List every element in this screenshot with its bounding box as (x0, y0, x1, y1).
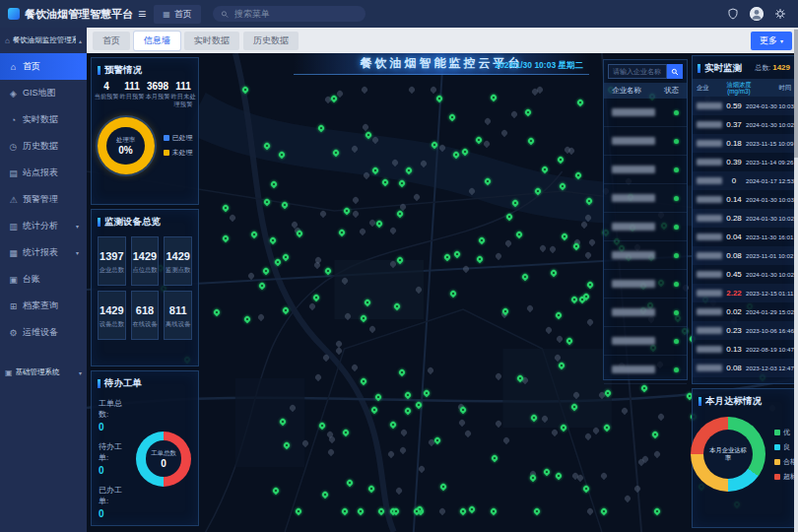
donut-center: 处理率 0% (98, 117, 155, 174)
offline-marker-icon (438, 144, 446, 152)
online-marker-icon (342, 429, 350, 436)
offline-marker-icon (246, 271, 254, 279)
realtime-row[interactable]: 0.082023-11-01 10:02 (693, 246, 795, 265)
online-marker-icon (282, 252, 290, 260)
menu-toggle-icon[interactable]: ≡ (138, 6, 146, 22)
page-scrollbar[interactable] (794, 28, 798, 532)
realtime-row[interactable]: 0.232023-10-06 16:46 (693, 321, 795, 340)
online-marker-icon (356, 506, 364, 514)
company-row[interactable] (604, 184, 687, 213)
sidebar-section-base[interactable]: ▣ 基础管理系统 ▾ (0, 360, 87, 385)
online-marker-icon (484, 177, 492, 185)
realtime-row[interactable]: 0.392023-11-14 09:26 (693, 153, 795, 171)
company-list-header: 企业名称 状态 (604, 83, 687, 99)
company-row[interactable] (604, 156, 687, 184)
offline-marker-icon (398, 446, 406, 454)
online-marker-icon (570, 403, 578, 411)
online-marker-icon (374, 392, 382, 400)
sidebar-section-main[interactable]: ⌂ 餐饮油烟监控管理系统 ▴ (0, 28, 87, 53)
chevron-up-icon: ▴ (79, 37, 82, 44)
menu-search[interactable] (213, 6, 366, 22)
concentration-value: 0.37 (722, 120, 746, 129)
realtime-row[interactable]: 0.182023-11-15 10:09 (693, 134, 795, 153)
realtime-row[interactable]: 0.372024-01-30 10:02 (693, 115, 795, 134)
realtime-row[interactable]: 0.082023-12-03 12:47 (693, 359, 795, 377)
online-status-dot (674, 367, 679, 372)
company-row[interactable] (604, 99, 687, 127)
base-system-icon: ▣ (5, 368, 13, 377)
online-status-dot (674, 310, 679, 315)
company-row[interactable] (604, 213, 687, 241)
realtime-rows: 0.592024-01-30 10:030.372024-01-30 10:02… (693, 97, 795, 377)
online-marker-icon (558, 362, 565, 369)
sidebar-item-alert-management[interactable]: ⚠预警管理 (0, 186, 87, 213)
stat-value: 0 (99, 508, 130, 519)
sidebar-item-label: 统计报表 (23, 246, 58, 259)
realtime-row[interactable]: 0.132022-08-19 10:47 (693, 340, 795, 359)
stat-value: 0 (99, 465, 130, 476)
online-marker-icon (542, 468, 550, 476)
menu-search-input[interactable] (233, 8, 358, 20)
stat-label: 本月预警 (145, 93, 170, 100)
timestamp: 2024-01-30 10:02 (746, 271, 794, 278)
realtime-row[interactable]: 0.452024-01-30 10:02 (693, 265, 795, 284)
scrollbar-thumb[interactable] (794, 30, 798, 158)
realtime-row[interactable]: 0.142024-01-30 10:03 (693, 190, 795, 209)
sidebar-item-statistics-report[interactable]: ▦统计报表▾ (0, 239, 87, 266)
timestamp: 2024-01-29 15:02 (746, 308, 794, 315)
stat-label: 待办工单: (99, 441, 130, 463)
datetime-label: 2024/1/30 10:03 星期二 (495, 60, 583, 72)
sidebar-item-gis-map[interactable]: ◈GIS地图 (0, 80, 87, 106)
tab-历史数据[interactable]: 历史数据 (243, 32, 299, 50)
online-marker-icon (280, 201, 288, 209)
online-marker-icon (318, 422, 326, 430)
offline-marker-icon (539, 243, 547, 251)
shield-icon[interactable] (727, 8, 739, 20)
online-marker-icon (222, 204, 230, 212)
offline-marker-icon (551, 429, 559, 436)
legend-swatch (774, 444, 780, 450)
sidebar-section-base-label: 基础管理系统 (16, 367, 76, 377)
sidebar-item-ledger[interactable]: ▣台账 (0, 266, 87, 293)
sidebar-item-realtime-data[interactable]: ◔实时数据 (0, 106, 87, 133)
tab-信息墙[interactable]: 信息墙 (134, 32, 180, 50)
company-row[interactable] (604, 356, 687, 384)
settings-gear-icon[interactable] (774, 8, 786, 20)
company-name-redacted (612, 108, 655, 116)
device-stats: 1397企业总数1429点位总数1429监测点数1429设备总数618在线设备8… (92, 233, 198, 344)
offline-marker-icon (468, 186, 476, 194)
tab-实时数据[interactable]: 实时数据 (184, 32, 239, 50)
offline-marker-icon (352, 196, 360, 204)
realtime-row[interactable]: 2.222023-12-15 01:11 (693, 284, 795, 302)
company-row[interactable] (604, 270, 687, 299)
realtime-row[interactable]: 0.592024-01-30 10:03 (693, 97, 795, 115)
company-row[interactable] (604, 299, 687, 327)
realtime-row[interactable]: 0.282024-01-30 10:02 (693, 209, 795, 228)
company-row[interactable] (604, 127, 687, 156)
avatar[interactable] (750, 7, 764, 21)
tab-首页[interactable]: 首页 (93, 32, 130, 50)
online-marker-icon (529, 413, 537, 421)
company-row[interactable] (604, 327, 687, 356)
online-marker-icon (468, 505, 476, 513)
offline-marker-icon (495, 372, 502, 380)
online-marker-icon (324, 266, 332, 274)
sidebar-item-history-data[interactable]: ◷历史数据 (0, 133, 87, 160)
company-search-input[interactable] (608, 64, 667, 79)
stat-value: 1429 (132, 250, 159, 262)
sidebar-item-archive-search[interactable]: ⊞档案查询 (0, 293, 87, 319)
sidebar-item-site-report[interactable]: ▤站点报表 (0, 160, 87, 186)
realtime-row[interactable]: 0.042023-11-30 16:01 (693, 228, 795, 246)
sidebar-item-home[interactable]: ⌂首页 (0, 53, 87, 80)
realtime-row[interactable]: 0.022024-01-29 15:02 (693, 302, 795, 321)
company-row[interactable] (604, 241, 687, 270)
sidebar-item-device-ops[interactable]: ⚙运维设备 (0, 319, 87, 346)
sidebar-item-statistics-analysis[interactable]: ▥统计分析▾ (0, 213, 87, 239)
offline-marker-icon (462, 265, 470, 273)
offline-marker-icon (495, 419, 502, 427)
home-nav-chip[interactable]: ▦ 首页 (154, 5, 201, 24)
realtime-row[interactable]: 02024-01-17 12:53 (693, 171, 795, 190)
company-search-button[interactable] (667, 64, 683, 79)
more-button[interactable]: 更多 ▾ (751, 32, 792, 50)
compliance-panel-title: 本月达标情况 (693, 389, 795, 412)
